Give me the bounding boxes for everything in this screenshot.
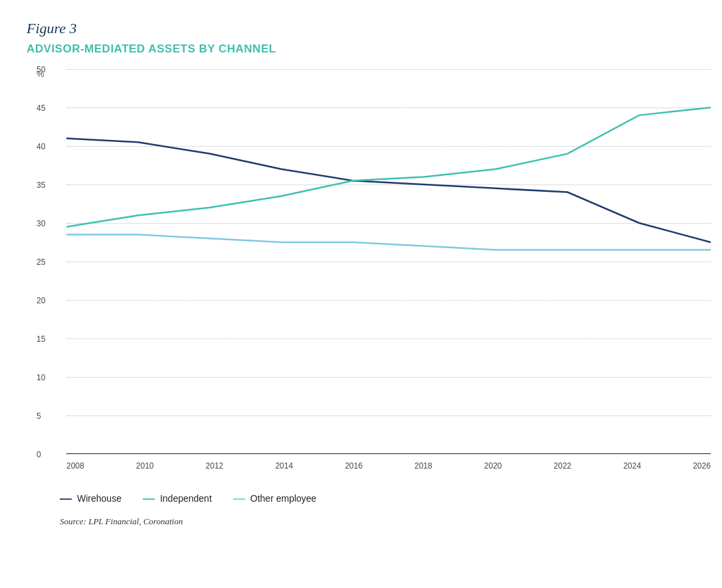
- chart-container: % 50454035302520151050 20082010201220142…: [60, 69, 711, 480]
- x-label: 2022: [554, 461, 572, 471]
- legend-label: Wirehouse: [77, 493, 122, 504]
- grid-line: 0: [66, 454, 711, 455]
- grid-line-label: 50: [37, 65, 45, 74]
- x-label: 2012: [206, 461, 224, 471]
- x-label: 2026: [693, 461, 711, 471]
- legend-dash-icon: —: [233, 492, 245, 504]
- x-label: 2024: [623, 461, 641, 471]
- legend-item-independent: —Independent: [143, 492, 212, 504]
- legend-dash-icon: —: [143, 492, 155, 504]
- source-text: Source: LPL Financial, Coronation: [60, 516, 695, 527]
- grid-line-label: 40: [37, 142, 45, 151]
- x-label: 2020: [484, 461, 502, 471]
- grid-line-label: 15: [37, 334, 45, 344]
- legend-dash-icon: —: [60, 492, 72, 504]
- legend: —Wirehouse—Independent—Other employee: [60, 492, 695, 504]
- grid-line-label: 45: [37, 104, 45, 113]
- legend-item-other_employee: —Other employee: [233, 492, 317, 504]
- legend-label: Other employee: [250, 493, 317, 504]
- grid-line-label: 35: [37, 181, 45, 190]
- chart-title: ADVISOR-MEDIATED ASSETS BY CHANNEL: [27, 42, 695, 56]
- grid-line-label: 10: [37, 373, 45, 382]
- grid-line-label: 20: [37, 296, 45, 305]
- x-labels: 2008201020122014201620182020202220242026: [66, 461, 711, 471]
- x-label: 2016: [345, 461, 363, 471]
- legend-item-wirehouse: —Wirehouse: [60, 492, 122, 504]
- grid-line-label: 5: [37, 411, 41, 421]
- series-line-other_employee: [66, 234, 711, 250]
- grid-line-label: 25: [37, 257, 45, 267]
- figure-label: Figure 3: [27, 20, 695, 37]
- x-label: 2008: [66, 461, 84, 471]
- x-label: 2010: [136, 461, 154, 471]
- series-line-wirehouse: [66, 138, 711, 242]
- x-label: 2018: [414, 461, 432, 471]
- grid-line-label: 30: [37, 219, 45, 228]
- grid-line-label: 0: [37, 450, 41, 459]
- chart-svg: [66, 69, 711, 454]
- series-line-independent: [66, 108, 711, 227]
- x-label: 2014: [275, 461, 293, 471]
- legend-label: Independent: [160, 493, 212, 504]
